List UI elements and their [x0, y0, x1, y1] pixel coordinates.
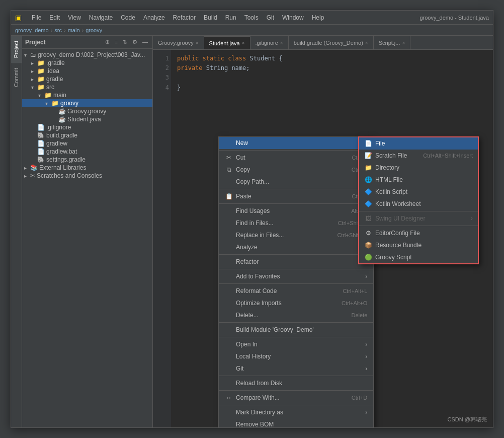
- tree-item-groovy_file[interactable]: ☕Groovy.groovy: [22, 107, 152, 115]
- ctx-icon-2: ✂: [225, 154, 233, 162]
- editor-tab--gitignore[interactable]: .gitignore×: [250, 36, 289, 49]
- menu-item-help[interactable]: Help: [310, 13, 326, 22]
- menu-item-file[interactable]: File: [30, 13, 43, 22]
- tree-item-gradle2[interactable]: ▸📁gradle: [22, 75, 152, 83]
- ctx-item-3[interactable]: ⧉CopyCtrl+C: [219, 164, 373, 176]
- tree-item-settings_gradle[interactable]: 🐘settings.gradle: [22, 156, 152, 164]
- submenu-item-9[interactable]: ⚙EditorConfig File: [359, 227, 478, 239]
- menu-item-build[interactable]: Build: [202, 13, 219, 22]
- tab-close-btn[interactable]: ×: [242, 40, 245, 46]
- editor-tab-student-java[interactable]: Student.java×: [204, 36, 250, 49]
- menu-item-code[interactable]: Code: [119, 13, 137, 22]
- tree-item-scratches[interactable]: ▸✂Scratches and Consoles: [22, 172, 152, 180]
- ctx-item-27[interactable]: Reload from Disk: [219, 377, 373, 389]
- tree-icon-groovy_dir: 📁: [51, 100, 59, 107]
- tree-item-groovy_dir[interactable]: ▾📁groovy: [22, 99, 152, 107]
- ctx-item-32[interactable]: Remove BOM: [219, 418, 373, 427]
- ctx-item-29[interactable]: ↔Compare With...Ctrl+D: [219, 392, 373, 404]
- menu-item-git[interactable]: Git: [265, 13, 276, 22]
- submenu-item-left-10: 📦Resource Bundle: [364, 241, 422, 249]
- tree-item-build_gradle[interactable]: 🐘build.gradle: [22, 131, 152, 139]
- submenu-item-0[interactable]: 📄File: [359, 137, 478, 150]
- breadcrumb-item-1[interactable]: src: [54, 27, 62, 33]
- tab-close-btn[interactable]: ×: [280, 40, 283, 46]
- sidebar-tab-project[interactable]: Project: [11, 36, 22, 63]
- editor-tab-groovy-groovy[interactable]: Groovy.groovy×: [153, 36, 204, 49]
- tree-item-src[interactable]: ▾📁src: [22, 83, 152, 91]
- sidebar-tab-commit[interactable]: Commit: [11, 63, 22, 92]
- ctx-label-29: Compare With...: [236, 394, 280, 401]
- ctx-item-4[interactable]: Copy Path...: [219, 176, 373, 188]
- panel-add-btn[interactable]: ⊕: [104, 38, 111, 46]
- tab-label: Student.java: [209, 40, 240, 46]
- breadcrumb-item-0[interactable]: groovy_demo: [15, 27, 49, 33]
- submenu-item-2[interactable]: 📁Directory: [359, 162, 478, 174]
- submenu-icon-10: 📦: [364, 241, 372, 249]
- breadcrumb-item-3[interactable]: groovy: [86, 27, 102, 33]
- ctx-separator-16: [219, 283, 373, 284]
- tab-close-btn[interactable]: ×: [365, 40, 368, 46]
- ctx-item-13[interactable]: Refactor›: [219, 256, 373, 268]
- tree-item-idea[interactable]: ▸📁.idea: [22, 67, 152, 75]
- ctx-item-23[interactable]: Open In›: [219, 338, 373, 350]
- submenu-item-10[interactable]: 📦Resource Bundle: [359, 239, 478, 251]
- menu-item-edit[interactable]: Edit: [47, 13, 62, 22]
- tree-item-main[interactable]: ▾📁main: [22, 91, 152, 99]
- tree-item-gitignore[interactable]: 📄.gitignore: [22, 123, 152, 131]
- menu-item-run[interactable]: Run: [223, 13, 238, 22]
- menu-item-view[interactable]: View: [66, 13, 83, 22]
- menu-item-navigate[interactable]: Navigate: [87, 13, 115, 22]
- menu-item-analyze[interactable]: Analyze: [141, 13, 167, 22]
- submenu-item-11[interactable]: 🟢Groovy Script: [359, 251, 478, 263]
- submenu-label-9: EditorConfig File: [375, 230, 420, 237]
- project-panel: Project ⊕ ≡ ⇅ ⚙ — ▾🗂groovy_demo D:\002_P…: [22, 36, 153, 427]
- ctx-item-17[interactable]: Reformat CodeCtrl+Alt+L: [219, 285, 373, 297]
- ctx-separator-26: [219, 376, 373, 376]
- ctx-item-0[interactable]: New›: [219, 137, 373, 149]
- side-tabs: Project Commit: [11, 36, 22, 427]
- menu-item-window[interactable]: Window: [280, 13, 306, 22]
- tree-item-ext_libs[interactable]: ▸📚External Libraries: [22, 164, 152, 172]
- ctx-icon-empty-4: [225, 178, 233, 186]
- panel-settings-btn[interactable]: ⚙: [131, 38, 139, 46]
- ctx-item-6[interactable]: 📋PasteCtrl+V: [219, 190, 373, 202]
- submenu-item-5[interactable]: 🔷Kotlin Worksheet: [359, 198, 478, 210]
- ctx-label-23: Open In: [236, 341, 258, 348]
- submenu-item-1[interactable]: 📝Scratch FileCtrl+Alt+Shift+Insert: [359, 150, 478, 162]
- tree-item-gradle[interactable]: ▸📁.gradle: [22, 59, 152, 67]
- ctx-item-31[interactable]: Mark Directory as›: [219, 406, 373, 418]
- menu-item-tools[interactable]: Tools: [242, 13, 261, 22]
- tab-close-btn[interactable]: ×: [402, 40, 405, 46]
- ctx-item-18[interactable]: Optimize ImportsCtrl+Alt+O: [219, 297, 373, 309]
- ctx-item-15[interactable]: Add to Favorites›: [219, 270, 373, 282]
- panel-list-btn[interactable]: ≡: [113, 38, 119, 46]
- breadcrumb: groovy_demo›src›main›groovy: [11, 25, 493, 36]
- panel-sort-btn[interactable]: ⇅: [121, 38, 129, 46]
- ctx-item-8[interactable]: Find UsagesAlt+F7: [219, 205, 373, 217]
- submenu-item-4[interactable]: 🔷Kotlin Script: [359, 186, 478, 198]
- ctx-item-11[interactable]: Analyze›: [219, 241, 373, 253]
- ctx-item-2[interactable]: ✂CutCtrl+X: [219, 152, 373, 164]
- submenu-item-3[interactable]: 🌐HTML File: [359, 174, 478, 186]
- menu-item-refactor[interactable]: Refactor: [171, 13, 198, 22]
- tree-item-gradlew[interactable]: 📄gradlew: [22, 139, 152, 148]
- ctx-icon-empty-24: [225, 352, 233, 360]
- editor-tab-script-j---[interactable]: Script.j...×: [374, 36, 411, 49]
- ctx-item-10[interactable]: Replace in Files...Ctrl+Shift+R: [219, 229, 373, 241]
- line-numbers: 1234: [153, 50, 171, 427]
- tree-item-groovy_demo[interactable]: ▾🗂groovy_demo D:\002_Project\003_Jav...: [22, 51, 152, 59]
- ctx-item-25[interactable]: Git›: [219, 362, 373, 375]
- editor-tab-build-gradle--groovy-demo-[interactable]: build.gradle (Groovy_Demo)×: [289, 36, 374, 49]
- tree-item-gradlew_bat[interactable]: 📄gradlew.bat: [22, 148, 152, 156]
- tree-item-student_file[interactable]: ☕Student.java: [22, 115, 152, 123]
- tab-label: build.gradle (Groovy_Demo): [294, 40, 363, 46]
- ctx-item-21[interactable]: Build Module 'Groovy_Demo': [219, 324, 373, 336]
- ctx-right-19: Delete: [342, 312, 368, 319]
- breadcrumb-item-2[interactable]: main: [68, 27, 80, 33]
- panel-minimize-btn[interactable]: —: [141, 38, 149, 46]
- ctx-item-9[interactable]: Find in Files...Ctrl+Shift+F: [219, 217, 373, 229]
- tab-close-btn[interactable]: ×: [196, 40, 199, 46]
- ctx-item-24[interactable]: Local History›: [219, 350, 373, 362]
- ctx-item-19[interactable]: Delete...Delete: [219, 309, 373, 321]
- ctx-icon-empty-8: [225, 207, 233, 215]
